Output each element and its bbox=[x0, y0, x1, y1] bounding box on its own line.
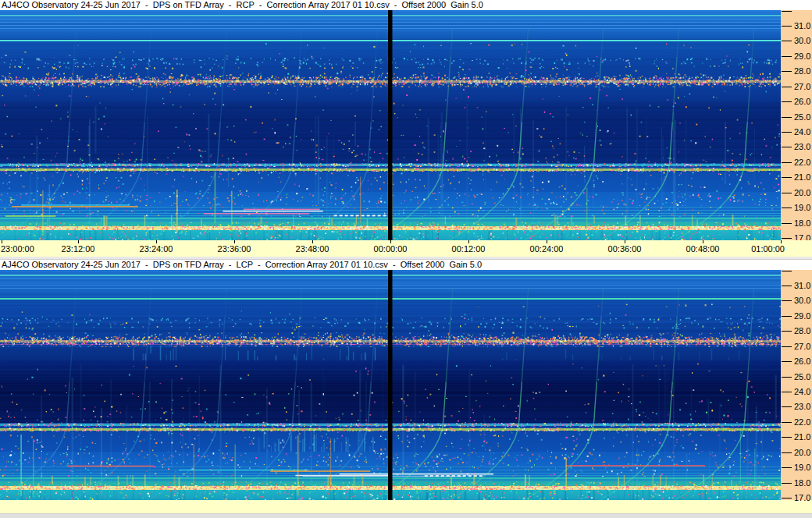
time-tick-label: 01:00:00 bbox=[751, 244, 785, 254]
freq-tick-label: 21.0 bbox=[794, 172, 810, 182]
freq-tick-label: 30.0 bbox=[794, 36, 810, 45]
freq-tick bbox=[782, 162, 792, 163]
freq-tick-label: 22.0 bbox=[794, 417, 810, 427]
time-tick bbox=[156, 240, 157, 243]
spectrograph-window: AJ4CO Observatory 24-25 Jun 2017 - DPS o… bbox=[0, 0, 812, 518]
freq-tick-label: 24.0 bbox=[794, 127, 810, 137]
freq-tick-label: 31.0 bbox=[794, 21, 810, 30]
freq-tick-label: 19.0 bbox=[794, 463, 810, 472]
time-tick bbox=[312, 240, 313, 243]
time-tick bbox=[2, 240, 2, 243]
freq-tick bbox=[782, 346, 792, 347]
time-tick-label: 23:36:00 bbox=[218, 244, 251, 254]
freq-tick bbox=[782, 300, 792, 301]
freq-tick bbox=[782, 392, 792, 392]
time-tick bbox=[547, 240, 547, 243]
time-tick bbox=[78, 240, 79, 243]
freq-tick-label: 21.0 bbox=[794, 432, 810, 442]
freq-tick-label: 23.0 bbox=[794, 402, 810, 411]
freq-tick bbox=[782, 147, 792, 147]
freq-tick bbox=[782, 437, 792, 438]
freq-tick-label: 29.0 bbox=[794, 311, 810, 321]
rcp-spectrogram-canvas[interactable] bbox=[0, 10, 781, 240]
freq-tick-label: 27.0 bbox=[794, 82, 810, 91]
time-tick-label: 00:48:00 bbox=[686, 244, 720, 254]
freq-tick-label: 18.0 bbox=[794, 218, 810, 228]
freq-tick bbox=[782, 87, 792, 87]
freq-tick-label: 29.0 bbox=[794, 51, 810, 61]
time-tick bbox=[468, 240, 469, 243]
freq-tick-label: 20.0 bbox=[794, 448, 810, 457]
freq-tick-label: 26.0 bbox=[794, 97, 810, 106]
freq-tick-label: 24.0 bbox=[794, 387, 810, 396]
freq-tick-label: 20.0 bbox=[794, 188, 810, 197]
freq-tick-unlabeled bbox=[782, 11, 792, 12]
freq-tick bbox=[782, 26, 792, 27]
freq-tick bbox=[782, 132, 792, 133]
lcp-spectrogram-canvas[interactable] bbox=[0, 270, 781, 500]
freq-tick bbox=[782, 377, 792, 378]
freq-tick bbox=[782, 238, 792, 239]
freq-tick bbox=[782, 452, 792, 453]
panel-lcp: AJ4CO Observatory 24-25 Jun 2017 - DPS o… bbox=[0, 260, 812, 500]
time-tick-label: 23:48:00 bbox=[296, 244, 329, 254]
freq-tick bbox=[782, 177, 792, 178]
rcp-plot-row: 31.030.029.028.027.026.025.024.023.022.0… bbox=[0, 10, 812, 240]
freq-tick-label: 23.0 bbox=[794, 142, 810, 151]
freq-tick-label: 28.0 bbox=[794, 326, 810, 335]
freq-tick bbox=[782, 208, 792, 208]
time-tick bbox=[234, 240, 235, 243]
rcp-frequency-axis: 31.030.029.028.027.026.025.024.023.022.0… bbox=[781, 10, 812, 240]
freq-tick bbox=[782, 41, 792, 41]
freq-tick bbox=[782, 316, 792, 317]
freq-tick-label: 31.0 bbox=[794, 281, 810, 290]
freq-tick-label: 19.0 bbox=[794, 203, 810, 212]
freq-tick-label: 18.0 bbox=[794, 478, 810, 488]
freq-tick bbox=[782, 117, 792, 118]
time-tick bbox=[703, 240, 703, 243]
time-tick-label: 23:24:00 bbox=[140, 244, 173, 254]
freq-tick bbox=[782, 422, 792, 423]
freq-tick bbox=[782, 193, 792, 193]
freq-tick bbox=[782, 406, 792, 407]
rcp-time-axis: 23:00:0023:12:0023:24:0023:36:0023:48:00… bbox=[0, 240, 812, 257]
freq-tick bbox=[782, 467, 792, 468]
freq-tick-label: 26.0 bbox=[794, 357, 810, 366]
freq-tick-label: 17.0 bbox=[794, 493, 810, 502]
freq-tick-label: 25.0 bbox=[794, 372, 810, 381]
freq-tick bbox=[782, 71, 792, 72]
freq-tick bbox=[782, 331, 792, 332]
lcp-time-axis-cropped bbox=[0, 500, 812, 513]
freq-tick bbox=[782, 361, 792, 362]
freq-tick bbox=[782, 498, 792, 498]
rcp-title-bar: AJ4CO Observatory 24-25 Jun 2017 - DPS o… bbox=[0, 0, 812, 10]
freq-tick-label: 28.0 bbox=[794, 66, 810, 76]
freq-tick-label: 22.0 bbox=[794, 158, 810, 167]
lcp-title-bar: AJ4CO Observatory 24-25 Jun 2017 - DPS o… bbox=[0, 260, 812, 270]
time-tick-label: 23:00:00 bbox=[1, 244, 34, 254]
freq-tick-label: 30.0 bbox=[794, 296, 810, 305]
time-tick bbox=[781, 240, 782, 243]
freq-tick-label: 25.0 bbox=[794, 112, 810, 122]
time-tick bbox=[625, 240, 625, 243]
freq-tick bbox=[782, 223, 792, 224]
panel-rcp: AJ4CO Observatory 24-25 Jun 2017 - DPS o… bbox=[0, 0, 812, 257]
freq-tick bbox=[782, 56, 792, 57]
time-tick bbox=[390, 240, 391, 243]
lcp-frequency-axis: 31.030.029.028.027.026.025.024.023.022.0… bbox=[781, 270, 812, 500]
freq-tick bbox=[782, 101, 792, 102]
time-tick-label: 00:36:00 bbox=[608, 244, 642, 254]
freq-tick bbox=[782, 483, 792, 484]
time-tick-label: 23:12:00 bbox=[62, 244, 95, 254]
freq-tick bbox=[782, 286, 792, 286]
time-tick-label: 00:00:00 bbox=[374, 244, 408, 254]
freq-tick-unlabeled bbox=[782, 271, 792, 271]
freq-tick-label: 27.0 bbox=[794, 342, 810, 351]
lcp-plot-row: 31.030.029.028.027.026.025.024.023.022.0… bbox=[0, 270, 812, 500]
time-tick-label: 00:24:00 bbox=[530, 244, 564, 254]
bottom-background-strip bbox=[0, 513, 812, 518]
time-tick-label: 00:12:00 bbox=[452, 244, 486, 254]
